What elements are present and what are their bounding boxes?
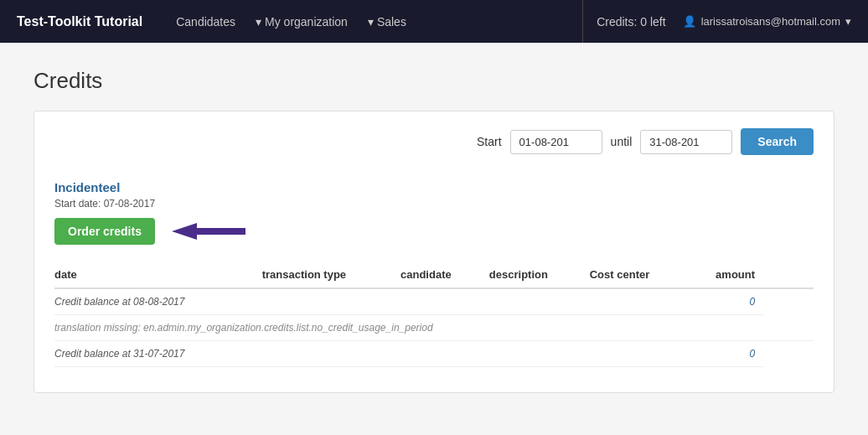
table-row: Credit balance at 31-07-20170 bbox=[54, 341, 814, 367]
search-button[interactable]: Search bbox=[741, 128, 814, 155]
navbar-right: Credits: 0 left 👤 larissatroisans@hotmai… bbox=[597, 15, 851, 28]
until-label: until bbox=[611, 135, 633, 148]
page-title: Credits bbox=[34, 68, 834, 94]
main-content: Credits Start until Search Incidenteel S… bbox=[0, 43, 868, 418]
col-transaction-type: transaction type bbox=[262, 262, 400, 288]
col-description: description bbox=[489, 262, 590, 288]
table-row: translation missing: en.admin.my_organiz… bbox=[54, 315, 814, 341]
cell-amount bbox=[801, 315, 814, 341]
nav-my-organization[interactable]: ▾ My organization bbox=[256, 15, 348, 28]
credits-table: date transaction type candidate descript… bbox=[54, 262, 814, 367]
dropdown-arrow-org: ▾ bbox=[256, 15, 261, 28]
cell-candidate bbox=[763, 315, 776, 341]
arrow-indicator bbox=[172, 219, 247, 244]
order-credits-row: Order credits bbox=[54, 218, 814, 245]
start-date-input[interactable] bbox=[510, 130, 602, 154]
section-subtitle: Start date: 07-08-2017 bbox=[54, 198, 814, 210]
col-candidate: candidate bbox=[400, 262, 489, 288]
cell-description bbox=[776, 315, 788, 341]
navbar: Test-Toolkit Tutorial Candidates ▾ My or… bbox=[0, 0, 868, 43]
svg-marker-0 bbox=[172, 223, 197, 240]
col-amount: amount bbox=[692, 262, 763, 288]
cell-transaction_type bbox=[262, 341, 400, 367]
until-date-input[interactable] bbox=[640, 130, 732, 154]
cell-date: Credit balance at 08-08-2017 bbox=[54, 288, 262, 315]
col-date: date bbox=[54, 262, 262, 288]
table-body: Credit balance at 08-08-20170translation… bbox=[54, 288, 814, 367]
cell-candidate bbox=[400, 288, 489, 315]
nav-candidates[interactable]: Candidates bbox=[176, 15, 235, 28]
cell-amount: 0 bbox=[692, 341, 763, 367]
user-icon: 👤 bbox=[683, 15, 696, 28]
cell-description bbox=[489, 288, 590, 315]
table-row: Credit balance at 08-08-20170 bbox=[54, 288, 814, 315]
section-header: Incidenteel Start date: 07-08-2017 bbox=[54, 180, 814, 210]
arrow-icon bbox=[172, 219, 247, 244]
brand-title: Test-Toolkit Tutorial bbox=[17, 14, 142, 29]
order-credits-button[interactable]: Order credits bbox=[54, 218, 155, 245]
nav-links: Candidates ▾ My organization ▾ Sales bbox=[176, 15, 569, 28]
cell-candidate bbox=[400, 341, 489, 367]
nav-sales[interactable]: ▾ Sales bbox=[368, 15, 406, 28]
cell-date: translation missing: en.admin.my_organiz… bbox=[54, 315, 692, 341]
search-bar: Start until Search bbox=[54, 128, 814, 155]
col-cost-center: Cost center bbox=[590, 262, 692, 288]
cell-date: Credit balance at 31-07-2017 bbox=[54, 341, 262, 367]
cell-cost_center bbox=[590, 288, 692, 315]
cell-transaction_type bbox=[692, 315, 763, 341]
user-menu[interactable]: 👤 larissatroisans@hotmail.com ▾ bbox=[683, 15, 851, 28]
credits-card: Start until Search Incidenteel Start dat… bbox=[34, 111, 834, 393]
credits-badge: Credits: 0 left bbox=[597, 15, 665, 28]
start-label: Start bbox=[477, 135, 502, 148]
cell-transaction_type bbox=[262, 288, 400, 315]
cell-amount: 0 bbox=[692, 288, 763, 315]
dropdown-arrow-sales: ▾ bbox=[368, 15, 374, 28]
svg-rect-1 bbox=[195, 228, 245, 235]
table-header: date transaction type candidate descript… bbox=[54, 262, 814, 288]
cell-description bbox=[489, 341, 590, 367]
user-dropdown-arrow: ▾ bbox=[845, 15, 851, 28]
cell-cost_center bbox=[590, 341, 692, 367]
user-email: larissatroisans@hotmail.com bbox=[701, 15, 840, 28]
cell-cost_center bbox=[788, 315, 801, 341]
table-header-row: date transaction type candidate descript… bbox=[54, 262, 814, 288]
section-title: Incidenteel bbox=[54, 180, 814, 194]
nav-divider bbox=[582, 0, 583, 43]
